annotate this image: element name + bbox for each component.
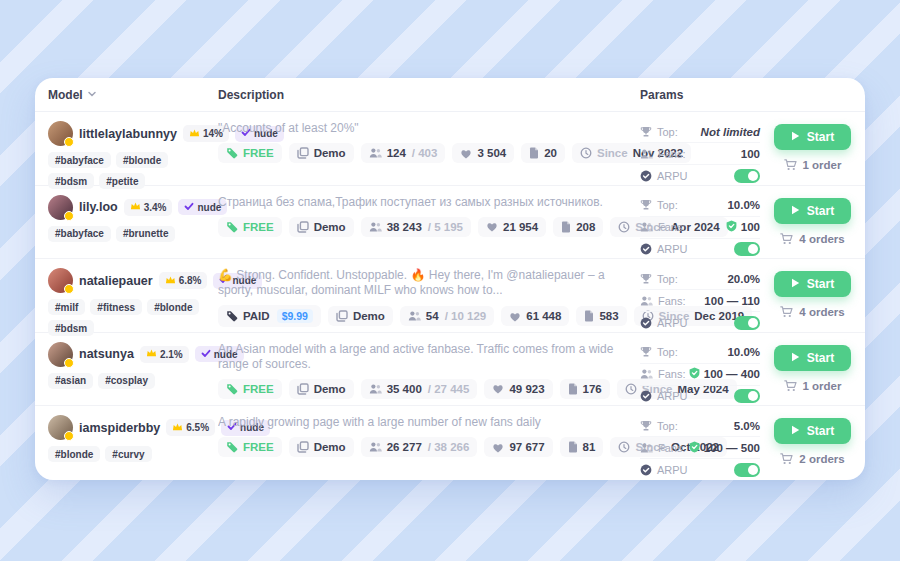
price-label: FREE: [243, 441, 274, 453]
arpu-toggle[interactable]: [734, 316, 760, 330]
check-icon: [201, 349, 211, 360]
action-cell: Start 4 orders: [760, 195, 865, 259]
model-name[interactable]: natsunya: [79, 347, 134, 361]
status-dot: [64, 211, 74, 221]
param-top-value: 20.0%: [727, 273, 760, 285]
orders-link[interactable]: 2 orders: [780, 453, 844, 465]
shield-icon: [726, 220, 737, 234]
model-name[interactable]: lily.loo: [79, 200, 118, 214]
model-tags: #blonde#curvy: [48, 446, 216, 462]
status-dot: [64, 358, 74, 368]
crown-icon: [172, 422, 183, 434]
start-button[interactable]: Start: [774, 418, 851, 444]
demo-chip[interactable]: Demo: [328, 306, 393, 326]
demo-chip[interactable]: Demo: [289, 379, 354, 399]
tag: #blonde: [48, 446, 100, 462]
top-percent-value: 2.1%: [160, 349, 183, 360]
model-row[interactable]: lily.loo 3.4% nude #babyface#brunette Ст…: [35, 186, 865, 260]
fans-total: / 403: [412, 147, 438, 159]
model-row[interactable]: littlelaylabunnyy 14% nude #babyface#blo…: [35, 112, 865, 186]
orders-link[interactable]: 4 orders: [780, 306, 844, 318]
trophy-icon: [640, 420, 652, 432]
play-icon: [791, 351, 800, 365]
start-button-label: Start: [807, 277, 834, 291]
param-top-label: Top:: [657, 126, 678, 138]
document-icon: [529, 147, 539, 159]
posts-count: 176: [583, 383, 602, 395]
likes-chip: 49 923: [484, 379, 552, 399]
play-icon: [791, 130, 800, 144]
table-header: Model Description Params: [35, 78, 865, 112]
price-tag-icon: [226, 310, 238, 322]
avatar: [48, 195, 73, 220]
play-icon: [791, 204, 800, 218]
model-name[interactable]: littlelaylabunnyy: [79, 127, 177, 141]
arpu-toggle[interactable]: [734, 389, 760, 403]
stats-chips: FREE Demo 124 / 403 3 504: [218, 143, 626, 163]
orders-link[interactable]: 4 orders: [780, 233, 844, 245]
model-description: A rapidly growing page with a large numb…: [218, 415, 626, 430]
arpu-toggle[interactable]: [734, 169, 760, 183]
price-chip: PAID $9.99: [218, 305, 321, 327]
likes-count: 3 504: [477, 147, 506, 159]
start-button-label: Start: [807, 204, 834, 218]
start-button[interactable]: Start: [774, 198, 851, 224]
stats-chips: FREE Demo 38 243 / 5 195 21 954: [218, 217, 626, 237]
arpu-toggle[interactable]: [734, 463, 760, 477]
document-icon: [561, 221, 571, 233]
orders-link[interactable]: 1 order: [784, 159, 842, 171]
shield-icon: [689, 441, 700, 455]
start-button[interactable]: Start: [774, 124, 851, 150]
play-icon: [791, 424, 800, 438]
crown-icon: [146, 348, 157, 360]
posts-count: 208: [576, 221, 595, 233]
fans-group-icon: [369, 383, 382, 395]
description-cell: An Asian model with a large and active f…: [218, 342, 640, 406]
posts-chip: 81: [560, 437, 604, 457]
fans-count: 124: [387, 147, 406, 159]
tag: #milf: [48, 299, 85, 315]
param-top-value: 10.0%: [727, 199, 760, 211]
action-cell: Start 1 order: [760, 121, 865, 185]
fans-chip: 124 / 403: [361, 143, 446, 163]
avatar: [48, 268, 73, 293]
orders-count: 4 orders: [799, 306, 844, 318]
demo-chip[interactable]: Demo: [289, 437, 354, 457]
check-circle-icon: [640, 317, 652, 329]
tag: #brunette: [116, 226, 176, 242]
param-fans-label: Fans:: [658, 148, 686, 160]
model-name[interactable]: iamspiderbby: [79, 421, 160, 435]
model-table-body: littlelaylabunnyy 14% nude #babyface#blo…: [35, 112, 865, 480]
posts-chip: 20: [521, 143, 565, 163]
arpu-toggle[interactable]: [734, 242, 760, 256]
model-name[interactable]: nataliepauer: [79, 274, 153, 288]
posts-chip: 176: [560, 379, 610, 399]
model-row[interactable]: natsunya 2.1% nude #asian#cosplay An Asi…: [35, 333, 865, 407]
model-description: An Asian model with a large and active f…: [218, 342, 626, 372]
params-cell: Top: 5.0% Fans: 100 — 500 ARPU: [640, 415, 760, 480]
price-label: PAID: [243, 310, 270, 322]
model-cell: lily.loo 3.4% nude #babyface#brunette: [35, 195, 218, 259]
fans-group-icon: [640, 442, 653, 454]
cart-icon: [780, 453, 793, 465]
demo-chip[interactable]: Demo: [289, 143, 354, 163]
action-cell: Start 2 orders: [760, 415, 865, 480]
model-row[interactable]: iamspiderbby 6.5% nude #blonde#curvy A r…: [35, 406, 865, 480]
demo-icon: [297, 441, 309, 453]
column-header-model[interactable]: Model: [35, 88, 218, 102]
demo-chip[interactable]: Demo: [289, 217, 354, 237]
param-arpu: ARPU: [640, 312, 760, 333]
start-button[interactable]: Start: [774, 271, 851, 297]
posts-chip: 208: [553, 217, 603, 237]
document-icon: [584, 310, 594, 322]
model-row[interactable]: nataliepauer 6.8% nude #milf#fitness#blo…: [35, 259, 865, 333]
orders-count: 1 order: [803, 159, 842, 171]
demo-label: Demo: [314, 441, 346, 453]
start-button-label: Start: [807, 351, 834, 365]
heart-icon: [492, 442, 504, 453]
orders-link[interactable]: 1 order: [784, 380, 842, 392]
document-icon: [568, 441, 578, 453]
description-cell: A rapidly growing page with a large numb…: [218, 415, 640, 480]
cart-icon: [784, 380, 797, 392]
start-button[interactable]: Start: [774, 345, 851, 371]
